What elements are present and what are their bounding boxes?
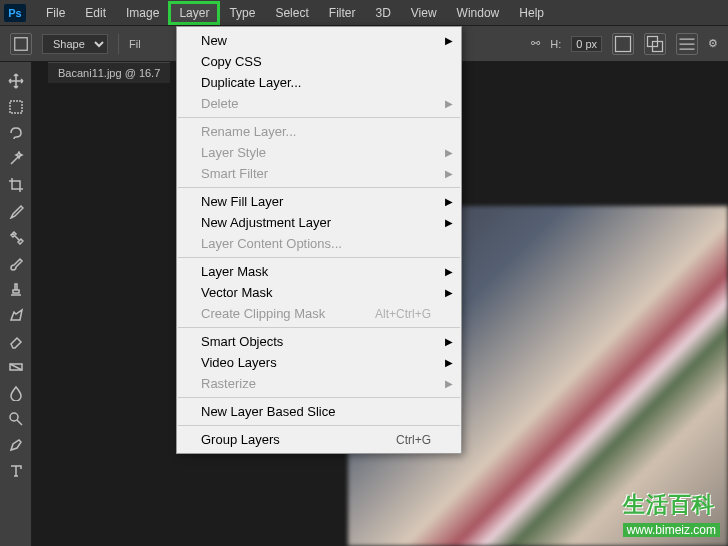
menu-item-label: Layer Content Options...	[201, 236, 342, 251]
menu-item-layer-style: Layer Style▶	[177, 142, 461, 163]
menu-item-layer-mask[interactable]: Layer Mask▶	[177, 261, 461, 282]
menu-file[interactable]: File	[36, 2, 75, 24]
history-tool[interactable]	[4, 304, 28, 326]
menu-item-label: Create Clipping Mask	[201, 306, 325, 321]
menu-item-label: Duplicate Layer...	[201, 75, 301, 90]
blur-tool[interactable]	[4, 382, 28, 404]
brush-tool[interactable]	[4, 252, 28, 274]
menu-item-label: Smart Objects	[201, 334, 283, 349]
chevron-right-icon: ▶	[445, 196, 453, 207]
menu-help[interactable]: Help	[509, 2, 554, 24]
pen-tool[interactable]	[4, 434, 28, 456]
chevron-right-icon: ▶	[445, 35, 453, 46]
menu-edit[interactable]: Edit	[75, 2, 116, 24]
menu-item-label: New Adjustment Layer	[201, 215, 331, 230]
watermark-title: 生活百科	[623, 490, 720, 520]
tool-preset-icon[interactable]	[10, 33, 32, 55]
link-icon[interactable]: ⚯	[531, 37, 540, 50]
move-tool[interactable]	[4, 70, 28, 92]
menu-item-label: New	[201, 33, 227, 48]
chevron-right-icon: ▶	[445, 336, 453, 347]
menu-item-video-layers[interactable]: Video Layers▶	[177, 352, 461, 373]
menu-filter[interactable]: Filter	[319, 2, 366, 24]
menu-item-label: Smart Filter	[201, 166, 268, 181]
menu-item-label: Group Layers	[201, 432, 280, 447]
chevron-right-icon: ▶	[445, 168, 453, 179]
menu-item-new-adjustment-layer[interactable]: New Adjustment Layer▶	[177, 212, 461, 233]
chevron-right-icon: ▶	[445, 147, 453, 158]
shape-mode-select[interactable]: Shape	[42, 34, 108, 54]
menubar: Ps FileEditImageLayerTypeSelectFilter3DV…	[0, 0, 728, 26]
chevron-right-icon: ▶	[445, 266, 453, 277]
menu-item-delete: Delete▶	[177, 93, 461, 114]
menu-item-shortcut: Alt+Ctrl+G	[375, 307, 431, 321]
menu-separator	[178, 117, 460, 118]
layer-menu-dropdown: New▶Copy CSSDuplicate Layer...Delete▶Ren…	[176, 26, 462, 454]
eraser-tool[interactable]	[4, 330, 28, 352]
chevron-right-icon: ▶	[445, 357, 453, 368]
menu-item-smart-filter: Smart Filter▶	[177, 163, 461, 184]
marquee-tool[interactable]	[4, 96, 28, 118]
arrange-icon[interactable]	[676, 33, 698, 55]
path-operations-icon[interactable]	[644, 33, 666, 55]
menu-item-label: Rename Layer...	[201, 124, 296, 139]
menu-item-label: Video Layers	[201, 355, 277, 370]
menu-separator	[178, 187, 460, 188]
chevron-right-icon: ▶	[445, 217, 453, 228]
tools-panel	[0, 62, 32, 546]
fill-label: Fil	[129, 38, 141, 50]
height-label: H:	[550, 38, 561, 50]
menu-separator	[178, 327, 460, 328]
menu-window[interactable]: Window	[447, 2, 510, 24]
svg-rect-4	[10, 101, 22, 113]
height-value[interactable]: 0 px	[571, 36, 602, 52]
menu-separator	[178, 257, 460, 258]
menu-item-rasterize: Rasterize▶	[177, 373, 461, 394]
svg-rect-0	[15, 37, 28, 50]
menu-item-copy-css[interactable]: Copy CSS	[177, 51, 461, 72]
menu-select[interactable]: Select	[265, 2, 318, 24]
menu-separator	[178, 425, 460, 426]
watermark-url: www.bimeiz.com	[623, 523, 720, 537]
dodge-tool[interactable]	[4, 408, 28, 430]
menu-separator	[178, 397, 460, 398]
menu-item-new-layer-based-slice[interactable]: New Layer Based Slice	[177, 401, 461, 422]
svg-rect-1	[616, 36, 631, 51]
chevron-right-icon: ▶	[445, 287, 453, 298]
menu-item-label: New Layer Based Slice	[201, 404, 335, 419]
document-tab[interactable]: Bacani11.jpg @ 16.7	[48, 62, 170, 83]
wand-tool[interactable]	[4, 148, 28, 170]
lasso-tool[interactable]	[4, 122, 28, 144]
menu-item-create-clipping-mask: Create Clipping MaskAlt+Ctrl+G	[177, 303, 461, 324]
chevron-right-icon: ▶	[445, 378, 453, 389]
menu-item-smart-objects[interactable]: Smart Objects▶	[177, 331, 461, 352]
menu-item-group-layers[interactable]: Group LayersCtrl+G	[177, 429, 461, 450]
menu-item-label: Layer Style	[201, 145, 266, 160]
watermark: 生活百科 www.bimeiz.com	[623, 490, 720, 538]
menu-item-rename-layer: Rename Layer...	[177, 121, 461, 142]
menu-type[interactable]: Type	[219, 2, 265, 24]
menu-item-label: Delete	[201, 96, 239, 111]
app-logo: Ps	[4, 4, 26, 22]
gear-icon[interactable]: ⚙	[708, 37, 718, 50]
menu-view[interactable]: View	[401, 2, 447, 24]
type-tool[interactable]	[4, 460, 28, 482]
align-edges-icon[interactable]	[612, 33, 634, 55]
menu-3d[interactable]: 3D	[365, 2, 400, 24]
menu-item-layer-content-options: Layer Content Options...	[177, 233, 461, 254]
gradient-tool[interactable]	[4, 356, 28, 378]
heal-tool[interactable]	[4, 226, 28, 248]
menu-item-duplicate-layer[interactable]: Duplicate Layer...	[177, 72, 461, 93]
svg-point-6	[10, 413, 18, 421]
menu-item-new[interactable]: New▶	[177, 30, 461, 51]
menu-item-label: Layer Mask	[201, 264, 268, 279]
menu-item-new-fill-layer[interactable]: New Fill Layer▶	[177, 191, 461, 212]
menu-item-vector-mask[interactable]: Vector Mask▶	[177, 282, 461, 303]
eyedropper-tool[interactable]	[4, 200, 28, 222]
menu-image[interactable]: Image	[116, 2, 169, 24]
menu-item-shortcut: Ctrl+G	[396, 433, 431, 447]
divider	[118, 34, 119, 54]
menu-layer[interactable]: Layer	[169, 2, 219, 24]
crop-tool[interactable]	[4, 174, 28, 196]
stamp-tool[interactable]	[4, 278, 28, 300]
